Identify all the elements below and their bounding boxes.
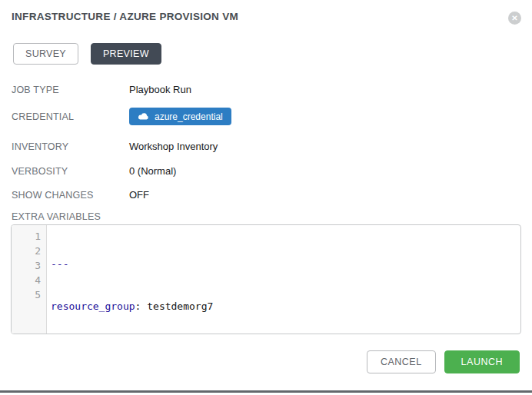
- detail-label: INVENTORY: [12, 141, 129, 152]
- line-number: 4: [12, 273, 41, 287]
- yaml-key: resource_group: [51, 300, 135, 312]
- modal-title: INFRASTRUCTURE / AZURE PROVISION VM: [12, 11, 238, 22]
- line-number: 5: [12, 287, 41, 302]
- job-launch-preview-modal: INFRASTRUCTURE / AZURE PROVISION VM ✕ SU…: [0, 0, 532, 395]
- detail-value: 0 (Normal): [129, 165, 176, 177]
- modal-footer: CANCEL LAUNCH: [0, 350, 520, 373]
- code-line: resource_group: testdemorg7: [51, 299, 213, 314]
- credential-badge[interactable]: azure_credential: [129, 108, 231, 125]
- credential-badge-label: azure_credential: [155, 111, 223, 122]
- tab-preview[interactable]: PREVIEW: [91, 43, 161, 65]
- detail-label: SHOW CHANGES: [12, 190, 129, 201]
- extra-variables-editor[interactable]: 1 2 3 4 5 --- resource_group: testdemorg…: [11, 224, 521, 334]
- editor-gutter: 1 2 3 4 5: [12, 225, 47, 334]
- close-button[interactable]: ✕: [508, 12, 521, 25]
- detail-row-credential: CREDENTIAL azure_credential: [12, 108, 532, 125]
- cancel-button[interactable]: CANCEL: [367, 350, 436, 373]
- bottom-divider: [0, 390, 532, 393]
- detail-row-inventory: INVENTORY Workshop Inventory: [12, 140, 532, 153]
- tab-bar: SURVEY PREVIEW: [13, 43, 532, 65]
- code-line: ---: [51, 257, 213, 271]
- detail-row-job-type: JOB TYPE Playbook Run: [12, 83, 532, 96]
- job-details: JOB TYPE Playbook Run CREDENTIAL azure_c…: [12, 83, 532, 201]
- detail-value: OFF: [129, 189, 149, 201]
- tab-preview-label: PREVIEW: [103, 48, 149, 59]
- line-number: 2: [12, 244, 41, 258]
- detail-label: VERBOSITY: [12, 166, 129, 177]
- tab-survey-label: SURVEY: [25, 48, 66, 59]
- yaml-key: ---: [51, 258, 68, 270]
- times-circle-icon: ✕: [511, 15, 517, 22]
- line-number: 3: [12, 258, 41, 273]
- launch-button[interactable]: LAUNCH: [444, 350, 520, 373]
- detail-value: Playbook Run: [129, 84, 191, 95]
- extra-variables-label: EXTRA VARIABLES: [12, 211, 532, 222]
- line-number: 1: [12, 229, 41, 244]
- editor-code-area: --- resource_group: testdemorg7 location…: [47, 225, 213, 334]
- tab-survey[interactable]: SURVEY: [13, 43, 78, 65]
- detail-label: CREDENTIAL: [12, 111, 129, 122]
- modal-header: INFRASTRUCTURE / AZURE PROVISION VM ✕: [0, 0, 532, 25]
- detail-row-show-changes: SHOW CHANGES OFF: [12, 188, 532, 201]
- yaml-separator: :: [135, 300, 148, 312]
- cloud-icon: [138, 112, 149, 121]
- detail-row-verbosity: VERBOSITY 0 (Normal): [12, 164, 532, 178]
- detail-label: JOB TYPE: [12, 85, 129, 95]
- detail-value: Workshop Inventory: [129, 141, 218, 152]
- yaml-value: testdemorg7: [147, 300, 213, 312]
